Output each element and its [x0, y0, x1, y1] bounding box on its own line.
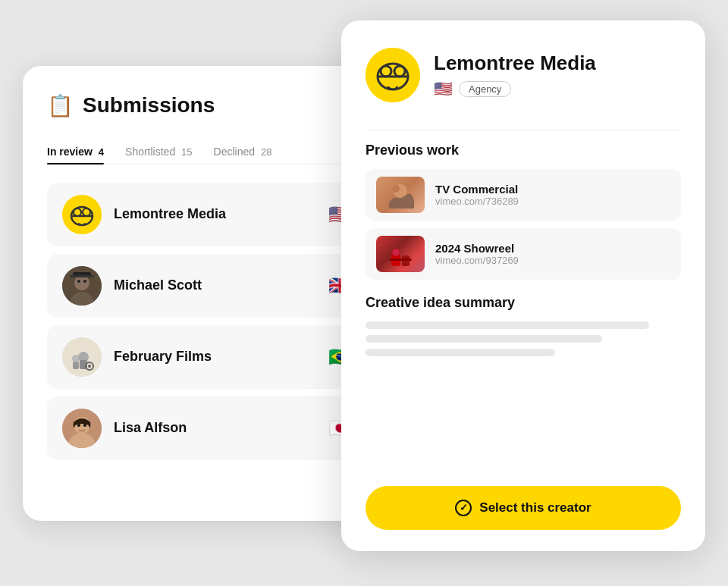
placeholder-line: [366, 349, 555, 356]
avatar: [62, 266, 102, 306]
select-creator-button[interactable]: ✓ Select this creator: [366, 486, 681, 530]
work-title: 2024 Showreel: [435, 242, 519, 255]
svg-point-9: [83, 280, 86, 283]
tab-declined-label: Declined: [214, 146, 255, 158]
work-thumb-icon: [376, 177, 425, 213]
submissions-icon: 📋: [47, 93, 74, 118]
creator-meta: 🇺🇸 Agency: [434, 80, 596, 98]
svg-rect-15: [73, 362, 79, 369]
list-item[interactable]: Michael Scott 🇬🇧: [47, 254, 370, 318]
creator-info: Lemontree Media 🇺🇸 Agency: [434, 52, 596, 98]
creative-idea-title: Creative idea summary: [366, 295, 681, 311]
svg-point-33: [392, 249, 400, 256]
list-item[interactable]: Lisa Alfson 🇯🇵: [47, 396, 370, 460]
tab-shortlisted-label: Shortlisted: [125, 146, 175, 158]
tab-in-review-label: In review: [47, 146, 93, 158]
avatar: [62, 409, 102, 448]
tab-in-review-count: 4: [99, 146, 104, 158]
creator-name: February Films: [114, 349, 312, 365]
creator-header: Lemontree Media 🇺🇸 Agency: [366, 48, 681, 102]
tab-declined-count: 28: [261, 146, 271, 158]
avatar: [62, 195, 102, 234]
svg-rect-11: [70, 275, 94, 277]
work-thumbnail: [376, 236, 425, 272]
list-item[interactable]: February Films 🇧🇷: [47, 325, 370, 389]
creator-name: Michael Scott: [114, 277, 312, 293]
placeholder-lines: [366, 321, 681, 356]
work-item[interactable]: 2024 Showreel vimeo.com/937269: [366, 228, 681, 280]
work-thumbnail: [376, 177, 425, 213]
work-item[interactable]: TV Commercial vimeo.com/736289: [366, 169, 681, 221]
svg-point-8: [77, 280, 80, 283]
svg-point-30: [392, 185, 400, 193]
creative-section: Creative idea summary: [366, 295, 681, 356]
agency-badge: Agency: [459, 81, 511, 97]
tab-in-review[interactable]: In review 4: [47, 139, 104, 164]
submissions-panel: 📋 Submissions In review 4 Shortlisted 15…: [23, 66, 394, 521]
svg-point-21: [77, 424, 80, 427]
avatar: [62, 337, 102, 377]
work-url: vimeo.com/736289: [435, 196, 519, 207]
divider: [366, 130, 681, 130]
tab-declined[interactable]: Declined 28: [214, 139, 272, 164]
creator-list: Lemontree Media 🇺🇸: [47, 183, 370, 460]
creator-big-name: Lemontree Media: [434, 52, 596, 75]
country-flag: 🇺🇸: [434, 80, 453, 98]
work-thumb-icon: [376, 236, 425, 272]
creator-detail-panel: Lemontree Media 🇺🇸 Agency Previous work: [341, 20, 705, 551]
previous-work-title: Previous work: [366, 143, 681, 158]
placeholder-line: [366, 335, 602, 343]
list-item[interactable]: Lemontree Media 🇺🇸: [47, 183, 370, 246]
check-icon: ✓: [455, 500, 472, 516]
placeholder-line: [366, 321, 649, 329]
svg-point-18: [88, 365, 91, 368]
select-button-label: Select this creator: [479, 500, 591, 515]
work-text: 2024 Showreel vimeo.com/937269: [435, 242, 519, 266]
avatar: [366, 48, 420, 102]
tab-shortlisted[interactable]: Shortlisted 15: [125, 139, 193, 164]
tabs-bar: In review 4 Shortlisted 15 Declined 28: [47, 139, 370, 165]
creator-name: Lisa Alfson: [114, 420, 312, 436]
card-header: 📋 Submissions: [47, 93, 370, 118]
svg-point-22: [83, 424, 86, 427]
work-list: TV Commercial vimeo.com/736289: [366, 169, 681, 280]
svg-rect-34: [389, 259, 412, 261]
work-text: TV Commercial vimeo.com/736289: [435, 183, 519, 207]
work-title: TV Commercial: [435, 183, 519, 196]
tab-shortlisted-count: 15: [181, 146, 192, 158]
creator-name: Lemontree Media: [114, 206, 312, 222]
work-url: vimeo.com/937269: [435, 255, 519, 266]
card-title: Submissions: [83, 93, 215, 118]
